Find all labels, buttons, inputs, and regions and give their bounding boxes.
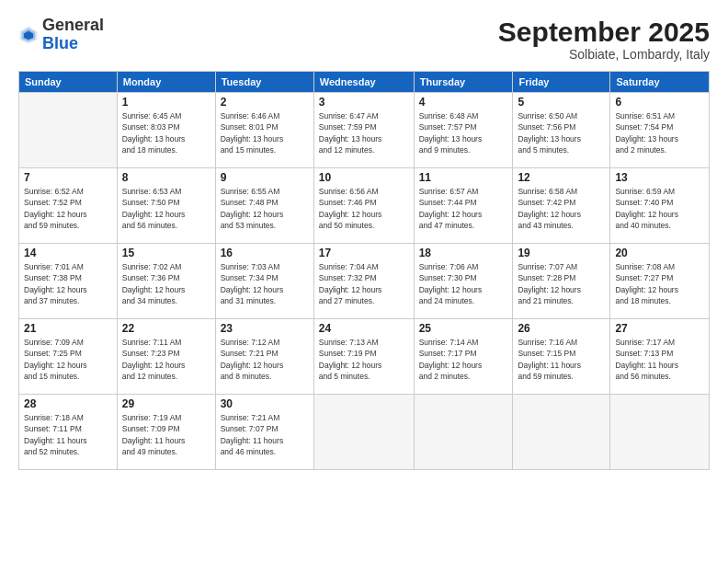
day-cell <box>313 395 414 470</box>
day-number: 17 <box>319 247 409 259</box>
day-number: 4 <box>419 96 508 109</box>
day-number: 1 <box>122 96 210 109</box>
day-info: Sunrise: 7:11 AM Sunset: 7:23 PM Dayligh… <box>122 337 210 382</box>
day-cell: 16Sunrise: 7:03 AM Sunset: 7:34 PM Dayli… <box>215 244 313 319</box>
day-info: Sunrise: 7:03 AM Sunset: 7:34 PM Dayligh… <box>221 261 309 306</box>
day-cell: 19Sunrise: 7:07 AM Sunset: 7:28 PM Dayli… <box>513 244 610 319</box>
col-header-monday: Monday <box>117 72 215 93</box>
day-cell: 26Sunrise: 7:16 AM Sunset: 7:15 PM Dayli… <box>513 319 610 395</box>
day-number: 12 <box>518 171 605 184</box>
week-row-5: 28Sunrise: 7:18 AM Sunset: 7:11 PM Dayli… <box>19 395 710 470</box>
month-title: September 2025 <box>498 17 710 47</box>
page: General Blue September 2025 Solbiate, Lo… <box>0 0 728 563</box>
day-info: Sunrise: 6:48 AM Sunset: 7:57 PM Dayligh… <box>419 110 508 155</box>
day-info: Sunrise: 7:18 AM Sunset: 7:11 PM Dayligh… <box>24 412 112 457</box>
day-number: 25 <box>419 322 508 335</box>
day-info: Sunrise: 7:07 AM Sunset: 7:28 PM Dayligh… <box>518 261 605 306</box>
col-header-thursday: Thursday <box>414 72 513 93</box>
calendar-table: SundayMondayTuesdayWednesdayThursdayFrid… <box>18 71 710 470</box>
day-cell <box>513 395 610 470</box>
day-number: 21 <box>24 322 112 335</box>
day-number: 10 <box>319 171 409 184</box>
day-number: 8 <box>122 171 210 184</box>
day-info: Sunrise: 6:47 AM Sunset: 7:59 PM Dayligh… <box>319 110 409 155</box>
day-cell: 7Sunrise: 6:52 AM Sunset: 7:52 PM Daylig… <box>19 168 118 244</box>
day-info: Sunrise: 7:13 AM Sunset: 7:19 PM Dayligh… <box>319 337 409 382</box>
week-row-1: 1Sunrise: 6:45 AM Sunset: 8:03 PM Daylig… <box>19 93 710 168</box>
day-number: 19 <box>518 247 605 259</box>
calendar-header-row: SundayMondayTuesdayWednesdayThursdayFrid… <box>19 72 710 93</box>
logo-icon <box>18 25 39 45</box>
day-info: Sunrise: 7:02 AM Sunset: 7:36 PM Dayligh… <box>122 261 210 306</box>
day-number: 20 <box>615 247 704 259</box>
day-number: 16 <box>221 247 309 259</box>
day-cell: 1Sunrise: 6:45 AM Sunset: 8:03 PM Daylig… <box>117 93 215 168</box>
day-info: Sunrise: 6:53 AM Sunset: 7:50 PM Dayligh… <box>122 186 210 231</box>
subtitle: Solbiate, Lombardy, Italy <box>498 47 710 62</box>
day-info: Sunrise: 7:12 AM Sunset: 7:21 PM Dayligh… <box>221 337 309 382</box>
day-info: Sunrise: 6:58 AM Sunset: 7:42 PM Dayligh… <box>518 186 605 231</box>
col-header-sunday: Sunday <box>19 72 118 93</box>
col-header-wednesday: Wednesday <box>313 72 414 93</box>
day-number: 30 <box>221 397 309 410</box>
day-info: Sunrise: 7:09 AM Sunset: 7:25 PM Dayligh… <box>24 337 112 382</box>
day-cell: 12Sunrise: 6:58 AM Sunset: 7:42 PM Dayli… <box>513 168 610 244</box>
day-cell: 29Sunrise: 7:19 AM Sunset: 7:09 PM Dayli… <box>117 395 215 470</box>
day-number: 23 <box>221 322 309 335</box>
day-info: Sunrise: 6:56 AM Sunset: 7:46 PM Dayligh… <box>319 186 409 231</box>
day-cell: 22Sunrise: 7:11 AM Sunset: 7:23 PM Dayli… <box>117 319 215 395</box>
day-cell: 15Sunrise: 7:02 AM Sunset: 7:36 PM Dayli… <box>117 244 215 319</box>
day-info: Sunrise: 7:08 AM Sunset: 7:27 PM Dayligh… <box>615 261 704 306</box>
day-cell: 10Sunrise: 6:56 AM Sunset: 7:46 PM Dayli… <box>313 168 414 244</box>
day-number: 6 <box>615 96 704 109</box>
logo-name: General Blue <box>42 17 104 53</box>
day-cell: 17Sunrise: 7:04 AM Sunset: 7:32 PM Dayli… <box>313 244 414 319</box>
day-number: 27 <box>615 322 704 335</box>
day-cell: 27Sunrise: 7:17 AM Sunset: 7:13 PM Dayli… <box>610 319 710 395</box>
day-info: Sunrise: 6:57 AM Sunset: 7:44 PM Dayligh… <box>419 186 508 231</box>
day-cell: 24Sunrise: 7:13 AM Sunset: 7:19 PM Dayli… <box>313 319 414 395</box>
day-cell <box>414 395 513 470</box>
header: General Blue September 2025 Solbiate, Lo… <box>18 17 710 62</box>
col-header-tuesday: Tuesday <box>215 72 313 93</box>
logo-text-block: General Blue <box>42 17 104 53</box>
day-info: Sunrise: 6:51 AM Sunset: 7:54 PM Dayligh… <box>615 110 704 155</box>
day-cell: 8Sunrise: 6:53 AM Sunset: 7:50 PM Daylig… <box>117 168 215 244</box>
day-number: 9 <box>221 171 309 184</box>
day-number: 24 <box>319 322 409 335</box>
day-cell: 2Sunrise: 6:46 AM Sunset: 8:01 PM Daylig… <box>215 93 313 168</box>
day-info: Sunrise: 7:01 AM Sunset: 7:38 PM Dayligh… <box>24 261 112 306</box>
day-cell: 21Sunrise: 7:09 AM Sunset: 7:25 PM Dayli… <box>19 319 118 395</box>
col-header-saturday: Saturday <box>610 72 710 93</box>
day-info: Sunrise: 6:50 AM Sunset: 7:56 PM Dayligh… <box>518 110 605 155</box>
day-info: Sunrise: 7:19 AM Sunset: 7:09 PM Dayligh… <box>122 412 210 457</box>
day-cell: 14Sunrise: 7:01 AM Sunset: 7:38 PM Dayli… <box>19 244 118 319</box>
day-number: 11 <box>419 171 508 184</box>
day-info: Sunrise: 6:45 AM Sunset: 8:03 PM Dayligh… <box>122 110 210 155</box>
day-number: 5 <box>518 96 605 109</box>
day-number: 29 <box>122 397 210 410</box>
day-number: 15 <box>122 247 210 259</box>
day-info: Sunrise: 7:06 AM Sunset: 7:30 PM Dayligh… <box>419 261 508 306</box>
day-number: 26 <box>518 322 605 335</box>
day-info: Sunrise: 7:04 AM Sunset: 7:32 PM Dayligh… <box>319 261 409 306</box>
day-cell: 4Sunrise: 6:48 AM Sunset: 7:57 PM Daylig… <box>414 93 513 168</box>
col-header-friday: Friday <box>513 72 610 93</box>
day-info: Sunrise: 7:14 AM Sunset: 7:17 PM Dayligh… <box>419 337 508 382</box>
day-number: 13 <box>615 171 704 184</box>
day-cell: 28Sunrise: 7:18 AM Sunset: 7:11 PM Dayli… <box>19 395 118 470</box>
week-row-3: 14Sunrise: 7:01 AM Sunset: 7:38 PM Dayli… <box>19 244 710 319</box>
day-info: Sunrise: 7:17 AM Sunset: 7:13 PM Dayligh… <box>615 337 704 382</box>
day-cell: 18Sunrise: 7:06 AM Sunset: 7:30 PM Dayli… <box>414 244 513 319</box>
week-row-2: 7Sunrise: 6:52 AM Sunset: 7:52 PM Daylig… <box>19 168 710 244</box>
day-info: Sunrise: 6:46 AM Sunset: 8:01 PM Dayligh… <box>221 110 309 155</box>
day-cell: 13Sunrise: 6:59 AM Sunset: 7:40 PM Dayli… <box>610 168 710 244</box>
day-number: 14 <box>24 247 112 259</box>
day-number: 3 <box>319 96 409 109</box>
day-cell: 25Sunrise: 7:14 AM Sunset: 7:17 PM Dayli… <box>414 319 513 395</box>
day-info: Sunrise: 7:16 AM Sunset: 7:15 PM Dayligh… <box>518 337 605 382</box>
day-number: 18 <box>419 247 508 259</box>
day-cell: 23Sunrise: 7:12 AM Sunset: 7:21 PM Dayli… <box>215 319 313 395</box>
day-cell: 5Sunrise: 6:50 AM Sunset: 7:56 PM Daylig… <box>513 93 610 168</box>
day-number: 2 <box>221 96 309 109</box>
